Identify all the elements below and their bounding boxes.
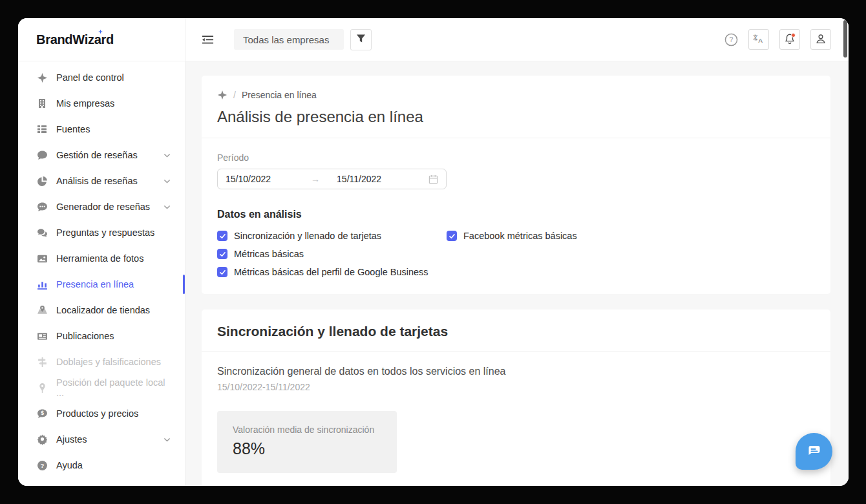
- sidebar-item-label: Fuentes: [56, 124, 90, 134]
- sidebar-item-label: Ayuda: [56, 460, 83, 470]
- main-content: / Presencia en línea Análisis de presenc…: [185, 61, 849, 486]
- checkbox-column-left: Sincronización y llenado de tarjetas Mét…: [217, 231, 447, 277]
- sidebar-item-fuentes[interactable]: Fuentes: [18, 116, 185, 142]
- notification-dot: [791, 33, 796, 37]
- sparkle-icon: [36, 72, 48, 83]
- filter-icon: [356, 34, 366, 45]
- sync-date-range: 15/10/2022-15/11/2022: [217, 382, 815, 392]
- building-icon: [36, 98, 48, 109]
- language-button[interactable]: 文A: [748, 29, 769, 50]
- profile-button[interactable]: [810, 29, 831, 50]
- bar-chart-icon: [36, 278, 48, 290]
- sidebar-item-localizador-de-tiendas[interactable]: Localizador de tiendas: [18, 297, 185, 323]
- checkbox-label: Métricas básicas: [234, 249, 304, 259]
- chat-icon: [806, 442, 823, 461]
- notifications-button[interactable]: [779, 29, 800, 50]
- menu-fold-icon[interactable]: [200, 32, 215, 47]
- sidebar-item-label: Publicaciones: [56, 331, 114, 341]
- svg-text:文: 文: [753, 33, 758, 39]
- sidebar-item-label: Gestión de reseñas: [56, 150, 138, 160]
- sidebar-item-publicaciones[interactable]: Publicaciones: [18, 323, 185, 349]
- data-in-analysis-heading: Datos en análisis: [217, 209, 815, 220]
- analysis-header-card: / Presencia en línea Análisis de presenc…: [202, 76, 830, 294]
- sidebar-item-productos-y-precios[interactable]: $ Productos y precios: [18, 401, 185, 426]
- sidebar-item-label: Localizador de tiendas: [56, 305, 150, 315]
- checkbox-label: Sincronización y llenado de tarjetas: [234, 231, 381, 241]
- topbar-actions: ? 文A: [724, 29, 831, 50]
- page-title: Análisis de presencia en línea: [217, 108, 815, 126]
- sidebar-item-presencia-en-linea[interactable]: Presencia en línea: [18, 271, 185, 297]
- chat-widget-button[interactable]: [796, 433, 832, 470]
- store-locator-icon: [36, 304, 48, 316]
- checkbox-label: Métricas básicas del perfil de Google Bu…: [234, 267, 428, 277]
- analysis-filters: Período 15/10/2022 → 15/11/2022 Datos en…: [202, 138, 830, 294]
- sidebar-item-label: Doblajes y falsificaciones: [56, 357, 161, 367]
- sync-card: Sincronización y llenado de tarjetas Sin…: [202, 310, 830, 486]
- user-icon: [815, 33, 827, 47]
- chevron-down-icon: [164, 152, 171, 159]
- price-bubble-icon: $: [36, 408, 48, 419]
- sidebar: BrandWizard Panel de control Mis empresa…: [18, 18, 185, 486]
- sidebar-item-ayuda[interactable]: ? Ayuda: [18, 452, 185, 478]
- company-selector[interactable]: Todas las empresas: [234, 29, 344, 50]
- checkbox-metricas-google-business[interactable]: Métricas básicas del perfil de Google Bu…: [217, 267, 447, 277]
- help-circle-icon[interactable]: ?: [724, 33, 738, 47]
- gear-icon: [36, 434, 48, 445]
- sidebar-item-label: Posición del paquete local ...: [56, 377, 171, 398]
- chevron-down-icon: [164, 178, 171, 185]
- scrollbar-thumb[interactable]: [843, 20, 847, 58]
- date-from-value[interactable]: 15/10/2022: [226, 174, 271, 184]
- sidebar-item-label: Preguntas y respuestas: [56, 227, 154, 238]
- sidebar-item-mis-empresas[interactable]: Mis empresas: [18, 90, 185, 116]
- double-bubble-icon: [36, 227, 48, 238]
- sidebar-item-posicion-del-paquete-local[interactable]: Posición del paquete local ...: [18, 375, 185, 401]
- checkbox-metricas-basicas[interactable]: Métricas básicas: [217, 249, 447, 259]
- breadcrumb-home-sparkle-icon[interactable]: [217, 90, 227, 100]
- date-range-picker[interactable]: 15/10/2022 → 15/11/2022: [217, 169, 447, 189]
- svg-text:A: A: [759, 37, 763, 44]
- breadcrumb: / Presencia en línea: [217, 90, 815, 100]
- checkbox-checked-icon[interactable]: [217, 267, 227, 277]
- sidebar-item-label: Ajustes: [56, 434, 87, 445]
- pie-chart-icon: [36, 175, 48, 187]
- sidebar-nav: Panel de control Mis empresas Fuentes Ge…: [18, 61, 185, 478]
- photo-icon: [36, 253, 48, 264]
- sidebar-item-doblajes-y-falsificaciones[interactable]: Doblajes y falsificaciones: [18, 349, 185, 375]
- page-header: / Presencia en línea Análisis de presenc…: [202, 76, 830, 138]
- sync-stat-box: Valoración media de sincronización 88%: [217, 411, 397, 473]
- sidebar-item-label: Presencia en línea: [56, 279, 134, 289]
- chevron-down-icon: [164, 436, 171, 443]
- list-icon: [36, 123, 48, 135]
- sidebar-item-gestion-de-resenas[interactable]: Gestión de reseñas: [18, 142, 185, 168]
- sync-card-header: Sincronización y llenado de tarjetas: [202, 310, 830, 352]
- sidebar-item-ajustes[interactable]: Ajustes: [18, 426, 185, 452]
- svg-text:?: ?: [40, 461, 44, 468]
- newspaper-icon: [36, 330, 48, 342]
- date-range-arrow: →: [311, 174, 320, 184]
- sidebar-item-label: Análisis de reseñas: [56, 176, 138, 186]
- sync-stat-label: Valoración media de sincronización: [233, 425, 381, 435]
- date-to-value[interactable]: 15/11/2022: [337, 174, 381, 184]
- signpost-icon: [36, 356, 48, 368]
- logo-container[interactable]: BrandWizard: [18, 18, 185, 61]
- checkbox-checked-icon[interactable]: [217, 249, 227, 259]
- checkbox-checked-icon[interactable]: [217, 231, 227, 241]
- help-icon: ?: [36, 459, 48, 471]
- sidebar-item-panel-de-control[interactable]: Panel de control: [18, 65, 185, 90]
- sync-card-body: Sincronización general de datos en todos…: [202, 352, 830, 486]
- sidebar-item-generador-de-resenas[interactable]: Generador de reseñas: [18, 194, 185, 220]
- sync-subtitle: Sincronización general de datos en todos…: [217, 366, 815, 377]
- sidebar-item-preguntas-y-respuestas[interactable]: Preguntas y respuestas: [18, 220, 185, 246]
- checkbox-facebook-metricas[interactable]: Facebook métricas básicas: [447, 231, 577, 241]
- checkbox-checked-icon[interactable]: [447, 231, 457, 241]
- sidebar-item-label: Mis empresas: [56, 98, 114, 109]
- filter-button[interactable]: [350, 29, 372, 50]
- sidebar-item-label: Productos y precios: [56, 408, 138, 419]
- breadcrumb-separator: /: [233, 90, 236, 100]
- chevron-down-icon: [164, 204, 171, 211]
- sidebar-item-herramienta-de-fotos[interactable]: Herramienta de fotos: [18, 246, 185, 271]
- sidebar-item-label: Herramienta de fotos: [56, 253, 143, 264]
- sidebar-item-analisis-de-resenas[interactable]: Análisis de reseñas: [18, 168, 185, 194]
- period-label: Período: [217, 152, 815, 163]
- checkbox-sincronizacion-y-llenado[interactable]: Sincronización y llenado de tarjetas: [217, 231, 447, 241]
